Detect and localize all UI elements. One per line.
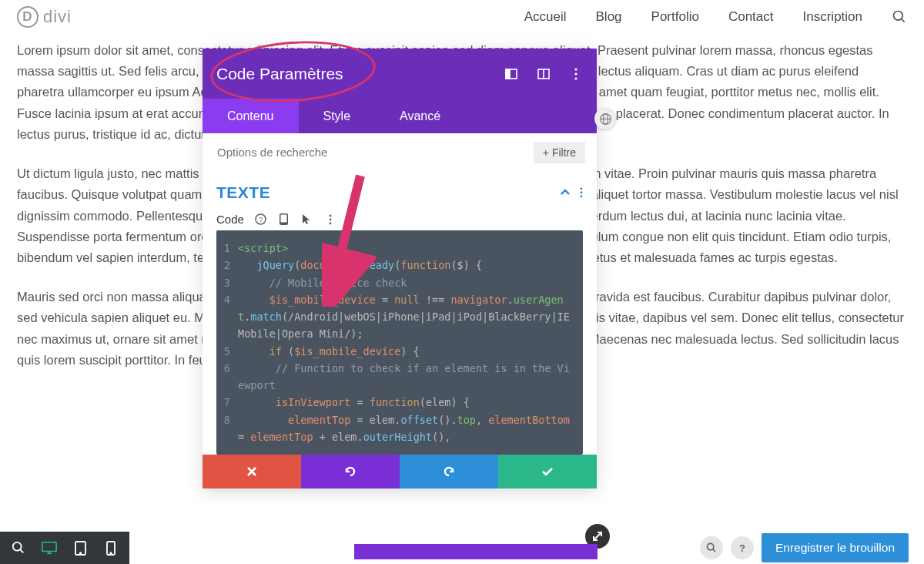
help-button[interactable]: ? xyxy=(731,536,754,559)
svg-point-8 xyxy=(574,77,577,79)
modal-header[interactable]: Code Paramètres xyxy=(203,49,597,99)
globe-icon[interactable] xyxy=(594,108,616,129)
desktop-view-icon[interactable] xyxy=(34,532,65,564)
code-settings-modal: Code Paramètres Contenu Style Avancé + F… xyxy=(203,49,597,488)
code-editor[interactable]: 1<script>2 jQuery(document).ready(functi… xyxy=(216,230,583,455)
chevron-up-icon[interactable] xyxy=(560,187,571,198)
filter-button[interactable]: + Filtre xyxy=(534,142,585,163)
tab-contenu[interactable]: Contenu xyxy=(203,99,299,133)
redo-button[interactable] xyxy=(400,455,498,488)
section-title-texte: TEXTE xyxy=(216,183,560,202)
expand-modal-icon[interactable] xyxy=(537,67,551,81)
nav-link-contact[interactable]: Contact xyxy=(728,9,774,25)
filter-label: Filtre xyxy=(552,146,576,159)
svg-point-11 xyxy=(581,196,583,198)
mobile-icon[interactable] xyxy=(278,213,290,226)
svg-line-1 xyxy=(902,19,905,22)
bottom-bar: ? Enregistrer le brouillon xyxy=(0,532,924,564)
svg-point-7 xyxy=(574,72,577,75)
plus-icon: + xyxy=(543,146,549,159)
svg-point-32 xyxy=(79,552,81,554)
help-icon[interactable]: ? xyxy=(255,213,267,226)
options-search-row: + Filtre xyxy=(203,133,597,171)
device-switcher xyxy=(0,532,129,564)
svg-line-27 xyxy=(20,549,24,553)
svg-point-17 xyxy=(329,218,331,220)
search-icon[interactable] xyxy=(892,9,907,25)
snap-left-icon[interactable] xyxy=(504,67,518,81)
more-vert-icon[interactable] xyxy=(324,213,336,226)
tab-avance[interactable]: Avancé xyxy=(375,99,465,133)
logo: D divi xyxy=(17,6,72,28)
texte-section: TEXTE Code ? xyxy=(203,171,597,230)
svg-point-6 xyxy=(574,68,577,70)
zoom-icon[interactable] xyxy=(3,532,34,564)
svg-point-9 xyxy=(581,188,583,190)
nav-link-inscription[interactable]: Inscription xyxy=(803,9,862,25)
nav-links: Accueil Blog Portfolio Contact Inscripti… xyxy=(524,9,907,25)
top-nav: D divi Accueil Blog Portfolio Contact In… xyxy=(0,0,924,40)
svg-point-16 xyxy=(329,214,331,217)
mobile-view-icon[interactable] xyxy=(95,532,126,564)
more-vert-icon[interactable] xyxy=(580,187,583,198)
field-label-code: Code xyxy=(216,213,244,226)
svg-text:?: ? xyxy=(259,216,263,223)
modal-actions xyxy=(203,455,597,488)
nav-link-blog[interactable]: Blog xyxy=(596,9,622,25)
save-draft-button[interactable]: Enregistrer le brouillon xyxy=(762,533,909,562)
undo-button[interactable] xyxy=(301,455,400,488)
svg-point-18 xyxy=(329,222,331,224)
cursor-icon[interactable] xyxy=(301,213,313,226)
svg-rect-15 xyxy=(281,215,287,223)
svg-rect-28 xyxy=(42,542,56,552)
modal-tabs: Contenu Style Avancé xyxy=(203,99,597,133)
confirm-button[interactable] xyxy=(498,455,597,488)
nav-link-portfolio[interactable]: Portfolio xyxy=(651,9,699,25)
tab-style[interactable]: Style xyxy=(299,99,376,133)
modal-title: Code Paramètres xyxy=(216,65,504,83)
more-vert-icon[interactable] xyxy=(569,67,583,81)
tablet-view-icon[interactable] xyxy=(65,532,95,564)
history-search-button[interactable] xyxy=(700,536,723,559)
svg-point-10 xyxy=(581,192,583,194)
logo-mark-icon: D xyxy=(17,6,38,28)
logo-text: divi xyxy=(43,7,72,27)
nav-link-accueil[interactable]: Accueil xyxy=(524,9,567,25)
svg-point-0 xyxy=(894,12,903,21)
options-search-input[interactable] xyxy=(214,141,526,163)
svg-rect-3 xyxy=(506,69,510,79)
svg-point-34 xyxy=(110,552,112,554)
svg-line-36 xyxy=(712,549,715,552)
cancel-button[interactable] xyxy=(203,455,301,488)
